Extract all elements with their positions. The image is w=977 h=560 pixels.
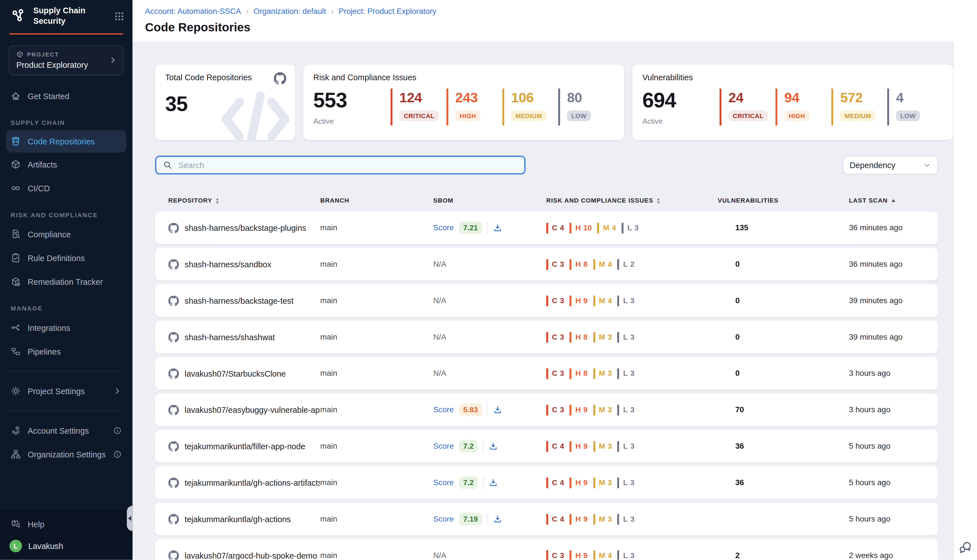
divider xyxy=(488,513,488,525)
vulnerability-count: 0 xyxy=(718,369,849,378)
card-title: Vulnerabilities xyxy=(642,73,943,82)
repo-name[interactable]: shash-harness/backstage-plugins xyxy=(185,223,306,233)
active-label: Active xyxy=(642,117,703,125)
table-row[interactable]: shash-harness/backstage-test main N/A C3… xyxy=(155,284,938,317)
severity-badge: LOW xyxy=(567,110,591,121)
repo-name[interactable]: lavakush07/easybuggy-vulnerable-app... xyxy=(185,405,320,415)
high-chip: H9 xyxy=(569,404,588,415)
project-selector[interactable]: PROJECT Product Exploratory xyxy=(9,45,124,75)
support-chat-icon[interactable] xyxy=(959,540,972,553)
sidebar-item-project-settings[interactable]: Project Settings xyxy=(0,379,133,403)
document-search-icon xyxy=(11,229,21,239)
chevron-right-icon xyxy=(109,56,117,65)
sbom-score-link[interactable]: Score xyxy=(433,442,454,451)
info-icon[interactable] xyxy=(113,426,122,435)
chevron-down-icon xyxy=(923,161,931,169)
github-icon xyxy=(168,295,179,306)
collapse-arrow-icon xyxy=(128,516,131,521)
repo-name[interactable]: lavakush07/argocd-hub-spoke-demo xyxy=(185,551,317,560)
branch: main xyxy=(320,515,433,523)
download-icon[interactable] xyxy=(493,405,502,415)
download-icon[interactable] xyxy=(489,442,498,451)
critical-chip: C4 xyxy=(546,477,564,488)
sidebar-item-get-started[interactable]: Get Started xyxy=(0,84,133,108)
medium-metric: 572 MEDIUM xyxy=(832,88,879,125)
critical-chip: C3 xyxy=(546,295,564,306)
high-chip: H8 xyxy=(569,259,588,270)
page-title: Code Repositories xyxy=(145,21,977,35)
medium-chip: M3 xyxy=(593,477,612,488)
repo-name[interactable]: shash-harness/shashwat xyxy=(185,332,275,342)
sidebar-item-code-repositories[interactable]: Code Repositories xyxy=(6,130,126,153)
last-scan: 39 minutes ago xyxy=(849,333,938,341)
download-icon[interactable] xyxy=(493,223,502,233)
breadcrumb-project[interactable]: Project: Product Exploratory xyxy=(339,7,436,15)
sidebar-item-integrations[interactable]: Integrations xyxy=(0,316,133,339)
sort-icon: ▲▼ xyxy=(215,197,220,204)
branch: main xyxy=(320,478,433,487)
repo-name[interactable]: shash-harness/backstage-test xyxy=(185,296,294,305)
table-row[interactable]: shash-harness/shashwat main N/A C3H8M3L3… xyxy=(155,321,938,353)
table-body: shash-harness/backstage-plugins main Sco… xyxy=(155,212,938,560)
high-chip: H8 xyxy=(569,368,588,379)
low-chip: L3 xyxy=(622,222,639,233)
sbom-score-link[interactable]: Score xyxy=(433,478,454,487)
severity-badge: MEDIUM xyxy=(840,110,875,121)
last-scan: 36 minutes ago xyxy=(849,223,938,232)
repo-name[interactable]: tejakummarikuntla/gh-actions-artifacts xyxy=(185,478,320,487)
breadcrumb-organization[interactable]: Organization: default xyxy=(254,7,326,15)
column-last-scan[interactable]: LAST SCAN ▲ xyxy=(849,197,938,204)
sidebar-item-organization-settings[interactable]: Organization Settings xyxy=(0,442,133,466)
risk-active-value: 553 xyxy=(313,88,373,112)
search-input[interactable] xyxy=(177,160,517,170)
sidebar-item-cicd[interactable]: CI/CD xyxy=(0,176,133,200)
sort-asc-icon: ▲ xyxy=(891,198,896,203)
code-repository-icon xyxy=(11,136,21,147)
repo-name[interactable]: lavakush07/StarbucksClone xyxy=(185,369,286,378)
repo-name[interactable]: shash-harness/sandbox xyxy=(185,259,271,269)
dependency-filter-select[interactable]: Dependency xyxy=(843,156,938,175)
table-row[interactable]: lavakush07/StarbucksClone main N/A C3H8M… xyxy=(155,357,938,390)
sbom-score-link[interactable]: Score xyxy=(433,405,454,414)
sidebar-item-account-settings[interactable]: Account Settings xyxy=(0,418,133,442)
table-row[interactable]: tejakummarikuntla/gh-actions main Score7… xyxy=(155,503,938,535)
download-icon[interactable] xyxy=(489,478,498,487)
branch: main xyxy=(320,333,433,341)
sidebar-item-compliance[interactable]: Compliance xyxy=(0,222,133,246)
page-header: Account: Automation-SSCA › Organization:… xyxy=(133,0,977,42)
info-icon[interactable] xyxy=(113,450,122,459)
table-row[interactable]: shash-harness/backstage-plugins main Sco… xyxy=(155,212,938,244)
sidebar-item-artifacts[interactable]: Artifacts xyxy=(0,153,133,176)
column-repository[interactable]: REPOSITORY ▲▼ xyxy=(168,197,320,204)
table-row[interactable]: lavakush07/argocd-hub-spoke-demo main N/… xyxy=(155,539,938,560)
sbom-na: N/A xyxy=(433,296,446,305)
sidebar-collapse-handle[interactable] xyxy=(127,506,133,531)
sbom-score-link[interactable]: Score xyxy=(433,223,454,232)
sidebar-item-pipelines[interactable]: Pipelines xyxy=(0,340,133,363)
high-chip: H9 xyxy=(569,550,588,560)
critical-chip: C4 xyxy=(546,441,564,452)
vulnerabilities-card: Vulnerabilities 694 Active 24 CRITICAL xyxy=(632,65,953,140)
table-row[interactable]: lavakush07/easybuggy-vulnerable-app... m… xyxy=(155,393,938,426)
sbom-score-link[interactable]: Score xyxy=(433,515,454,523)
table-row[interactable]: tejakummarikuntla/gh-actions-artifacts m… xyxy=(155,466,938,499)
download-icon[interactable] xyxy=(493,514,502,523)
table-row[interactable]: tejakummarikuntla/filler-app-node main S… xyxy=(155,430,938,462)
last-scan: 39 minutes ago xyxy=(849,296,938,305)
critical-chip: C4 xyxy=(546,514,564,524)
home-icon xyxy=(11,91,21,101)
sidebar-item-rule-definitions[interactable]: Rule Definitions xyxy=(0,246,133,270)
last-scan: 5 hours ago xyxy=(849,442,938,451)
repo-name[interactable]: tejakummarikuntla/filler-app-node xyxy=(185,442,305,451)
table-row[interactable]: shash-harness/sandbox main N/A C3H8M4L2 … xyxy=(155,248,938,280)
repo-name[interactable]: tejakummarikuntla/gh-actions xyxy=(185,514,291,523)
app-grid-icon[interactable] xyxy=(114,11,124,22)
sidebar-item-remediation-tracker[interactable]: Remediation Tracker xyxy=(0,270,133,293)
column-risk-issues[interactable]: RISK AND COMPLIANCE ISSUES ▲▼ xyxy=(546,197,718,204)
medium-metric: 106 MEDIUM xyxy=(502,88,550,125)
user-menu[interactable]: L Lavakush xyxy=(0,536,133,552)
breadcrumb-account[interactable]: Account: Automation-SSCA xyxy=(145,7,241,15)
sidebar-item-help[interactable]: Help xyxy=(0,512,133,536)
user-name: Lavakush xyxy=(28,542,63,551)
severity-badge: LOW xyxy=(896,110,920,121)
